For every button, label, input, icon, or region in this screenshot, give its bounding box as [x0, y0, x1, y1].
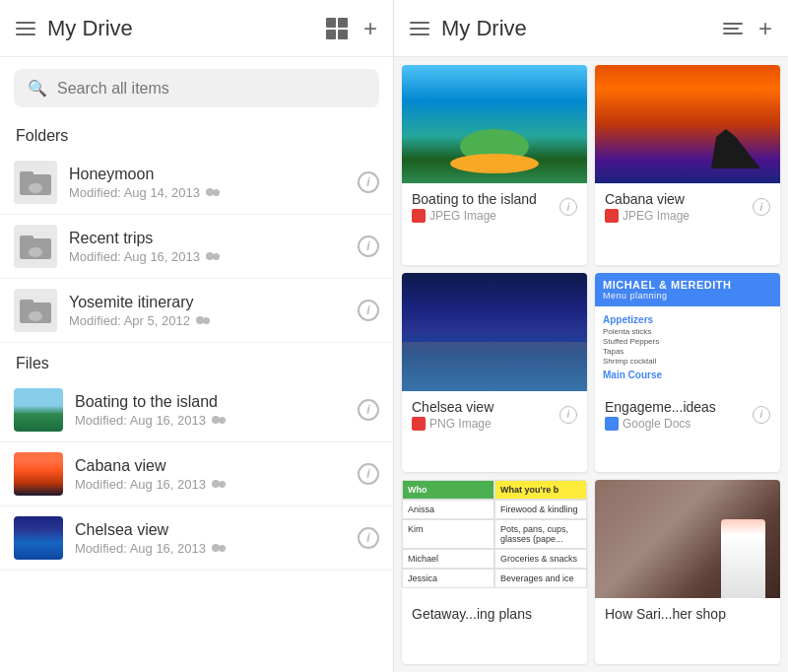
add-button-right[interactable]: +: [758, 15, 772, 42]
card-footer-chelsea: Chelsea view PNG Image i: [402, 391, 587, 438]
card-info-btn[interactable]: i: [559, 406, 577, 424]
file-info-cabana: Cabana view Modified: Aug 16, 2013: [75, 457, 346, 492]
add-button-left[interactable]: +: [363, 15, 377, 42]
jpeg-icon: [605, 209, 619, 223]
file-thumb-cabana: [14, 452, 63, 496]
card-footer-engagement: Engageme...ideas Google Docs i: [595, 391, 780, 438]
info-button[interactable]: i: [358, 171, 379, 193]
card-title: Cabana view: [605, 191, 753, 207]
search-bar[interactable]: 🔍: [14, 69, 379, 107]
right-panel: My Drive + Boating to the island JPEG Im…: [394, 0, 788, 672]
sheet-row: Kim Pots, pans, cups, glasses (pape...: [402, 519, 587, 549]
right-header-actions: +: [723, 15, 772, 42]
right-hamburger-icon[interactable]: [410, 22, 429, 35]
files-label: Files: [0, 347, 393, 378]
cafe-person: [721, 519, 765, 598]
file-item-cabana[interactable]: Cabana view Modified: Aug 16, 2013 i: [0, 442, 393, 506]
sheet-cell: Pots, pans, cups, glasses (pape...: [494, 519, 587, 549]
file-name: Cabana view: [75, 457, 346, 475]
folder-thumb-yosemite: [14, 289, 57, 332]
folder-meta: Modified: Aug 14, 2013: [69, 185, 346, 200]
card-info-btn[interactable]: i: [753, 406, 770, 424]
file-item-chelsea[interactable]: Chelsea view Modified: Aug 16, 2013 i: [0, 506, 393, 571]
search-input[interactable]: [57, 80, 365, 98]
folder-meta: Modified: Aug 16, 2013: [69, 249, 346, 264]
sheet-cell: Jessica: [402, 569, 494, 588]
info-button[interactable]: i: [358, 235, 379, 257]
card-type: JPEG Image: [605, 209, 753, 223]
card-info-btn[interactable]: i: [753, 198, 770, 216]
file-info-boating: Boating to the island Modified: Aug 16, …: [75, 393, 346, 428]
card-thumb-island: [402, 65, 587, 183]
doc-line: Stuffed Peppers: [603, 337, 772, 346]
folder-item-honeymoon[interactable]: Honeymoon Modified: Aug 14, 2013 i: [0, 151, 393, 215]
jpeg-icon: [412, 209, 426, 223]
sheet-cell: Michael: [402, 549, 494, 569]
doc-section-main: Main Course: [603, 370, 772, 380]
info-button[interactable]: i: [358, 300, 379, 321]
svg-point-2: [29, 183, 42, 193]
sheet-row: Anissa Firewood & kindling: [402, 500, 587, 519]
doc-line: Shrimp cocktail: [603, 357, 772, 366]
grid-card-cabana[interactable]: Cabana view JPEG Image i: [595, 65, 780, 265]
doc-line: Polenta sticks: [603, 327, 772, 336]
card-thumb-cafe: [595, 480, 780, 598]
folders-label: Folders: [0, 119, 393, 151]
card-info-btn[interactable]: i: [559, 198, 577, 216]
left-panel: My Drive + 🔍 Folders Honeymoon: [0, 0, 394, 672]
file-name: Chelsea view: [75, 521, 346, 539]
grid-card-boating[interactable]: Boating to the island JPEG Image i: [402, 65, 587, 265]
card-title: Boating to the island: [412, 191, 559, 207]
sheet-row: Jessica Beverages and ice: [402, 569, 587, 588]
sheet-cell: Kim: [402, 519, 494, 549]
card-thumb-cabana: [595, 65, 780, 183]
grid-card-engagement[interactable]: MICHAEL & MEREDITH Menu planning Appetiz…: [595, 273, 780, 473]
card-title: Getaway...ing plans: [412, 606, 577, 622]
sheet-cell: Beverages and ice: [494, 569, 587, 588]
grid-card-sari[interactable]: How Sari...her shop: [595, 480, 780, 664]
card-footer-boating: Boating to the island JPEG Image i: [402, 183, 587, 231]
info-button[interactable]: i: [358, 399, 379, 421]
shared-icon: [212, 416, 226, 424]
list-view-icon[interactable]: [723, 23, 743, 34]
card-title: Engageme...ideas: [605, 399, 753, 415]
folder-item-recent-trips[interactable]: Recent trips Modified: Aug 16, 2013 i: [0, 215, 393, 279]
png-icon: [412, 417, 426, 431]
info-button[interactable]: i: [358, 527, 379, 549]
grid-card-getaway[interactable]: Who What you're b Anissa Firewood & kind…: [402, 480, 587, 664]
folder-icon: [20, 169, 51, 195]
grid-view-icon[interactable]: [326, 18, 348, 39]
files-section: Files Boating to the island Modified: Au…: [0, 347, 393, 571]
svg-rect-7: [20, 300, 33, 307]
hamburger-icon[interactable]: [16, 22, 35, 35]
folder-thumb-recent: [14, 225, 57, 268]
folders-section: Folders Honeymoon Modified: Aug 14, 2013…: [0, 119, 393, 343]
card-footer-cabana: Cabana view JPEG Image i: [595, 183, 780, 231]
card-footer-sari: How Sari...her shop: [595, 598, 780, 630]
docs-icon: [605, 417, 619, 431]
card-title: How Sari...her shop: [605, 606, 770, 622]
info-button[interactable]: i: [358, 463, 379, 485]
right-title: My Drive: [441, 16, 527, 41]
left-title: My Drive: [47, 16, 133, 41]
folder-thumb-honeymoon: [14, 161, 57, 204]
file-item-boating[interactable]: Boating to the island Modified: Aug 16, …: [0, 378, 393, 442]
sheet-preview: Who What you're b Anissa Firewood & kind…: [402, 480, 587, 598]
type-label: PNG Image: [429, 417, 492, 431]
left-header: My Drive +: [0, 0, 393, 57]
left-header-actions: +: [326, 15, 377, 42]
doc-body: Appetizers Polenta sticks Stuffed Pepper…: [595, 306, 780, 386]
doc-section-appetizers: Appetizers: [603, 314, 772, 325]
card-type: PNG Image: [412, 417, 559, 431]
search-icon: 🔍: [28, 79, 47, 98]
svg-rect-1: [20, 171, 33, 179]
grid-content: Boating to the island JPEG Image i Caban…: [394, 57, 788, 672]
folder-name: Honeymoon: [69, 166, 346, 183]
file-meta: Modified: Aug 16, 2013: [75, 541, 346, 556]
sheet-header-row: Who What you're b: [402, 480, 587, 500]
grid-card-chelsea[interactable]: Chelsea view PNG Image i: [402, 273, 587, 473]
folder-item-yosemite[interactable]: Yosemite itinerary Modified: Apr 5, 2012…: [0, 279, 393, 343]
sheet-cell: Firewood & kindling: [494, 500, 587, 519]
sheet-cell: Who: [402, 480, 494, 500]
right-header: My Drive +: [394, 0, 788, 57]
